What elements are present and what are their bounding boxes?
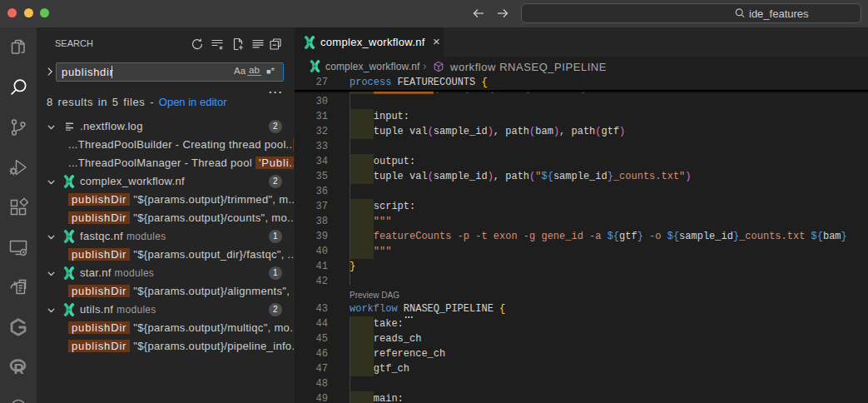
svg-text:R: R	[14, 361, 24, 377]
